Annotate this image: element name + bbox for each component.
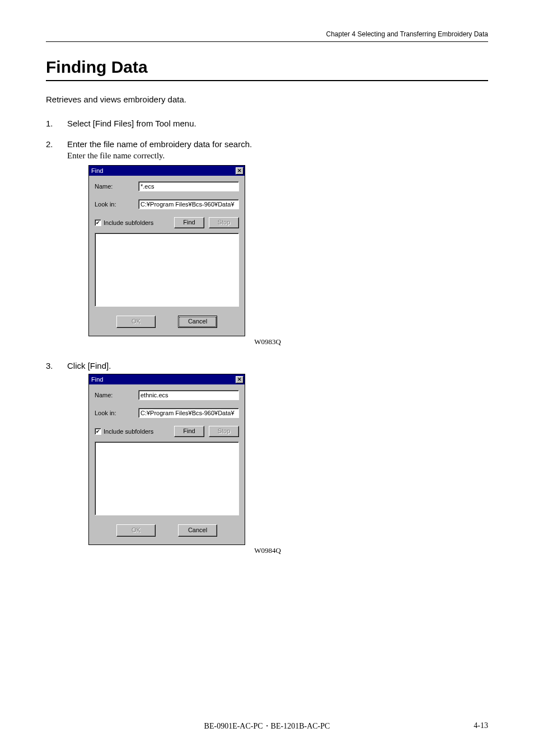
step-3: 3. Click [Find]. Find ✕ Name: ethnic.ecs — [46, 361, 488, 565]
figure-caption: W0983Q — [88, 337, 281, 346]
step-number: 2. — [46, 139, 57, 356]
page-footer: BE-0901E-AC-PC・BE-1201B-AC-PC 4-13 — [46, 721, 488, 730]
page-header: Chapter 4 Selecting and Transferring Emb… — [46, 30, 488, 42]
stop-button: Stop — [209, 426, 239, 437]
figure-caption: W0984Q — [88, 546, 281, 555]
name-label: Name: — [95, 392, 138, 398]
step-subtext: Enter the file name correctly. — [67, 151, 488, 161]
name-input[interactable]: ethnic.ecs — [138, 390, 239, 400]
step-2: 2. Enter the file name of embroidery dat… — [46, 139, 488, 356]
step-1: 1. Select [Find Files] from Tool menu. — [46, 119, 488, 130]
ok-button: OK — [116, 316, 156, 328]
include-subfolders-label: Include subfolders — [104, 219, 153, 226]
lookin-input[interactable]: C:¥Program Files¥Bcs-960¥Data¥ — [138, 199, 239, 209]
include-subfolders-checkbox[interactable]: ✔ — [95, 219, 101, 226]
results-listbox[interactable] — [95, 442, 239, 515]
name-input[interactable]: *.ecs — [138, 181, 239, 191]
lookin-label: Look in: — [95, 410, 138, 416]
include-subfolders-label: Include subfolders — [104, 428, 153, 435]
cancel-button[interactable]: Cancel — [178, 316, 217, 328]
footer-model: BE-0901E-AC-PC・BE-1201B-AC-PC — [204, 721, 330, 731]
close-icon[interactable]: ✕ — [236, 167, 243, 175]
include-subfolders-checkbox[interactable]: ✔ — [95, 428, 101, 435]
intro-text: Retrieves and views embroidery data. — [46, 95, 488, 104]
footer-page-number: 4-13 — [474, 721, 488, 730]
lookin-label: Look in: — [95, 201, 138, 208]
name-label: Name: — [95, 183, 138, 190]
find-button[interactable]: Find — [174, 426, 204, 437]
dialog-titlebar[interactable]: Find ✕ — [89, 166, 245, 176]
step-text: Enter the file name of embroidery data f… — [67, 139, 488, 149]
dialog-title: Find — [91, 376, 103, 383]
find-dialog: Find ✕ Name: ethnic.ecs Look in: C:¥Prog… — [88, 374, 245, 545]
section-title: Finding Data — [46, 58, 488, 81]
lookin-input[interactable]: C:¥Program Files¥Bcs-960¥Data¥ — [138, 408, 239, 418]
figure-find-dialog-1: Find ✕ Name: *.ecs Look in: C:¥Program F… — [67, 165, 488, 336]
dialog-title: Find — [91, 167, 103, 174]
figure-find-dialog-2: Find ✕ Name: ethnic.ecs Look in: C:¥Prog… — [67, 374, 488, 545]
find-button[interactable]: Find — [174, 217, 204, 228]
step-number: 3. — [46, 361, 57, 565]
dialog-titlebar[interactable]: Find ✕ — [89, 374, 245, 384]
close-icon[interactable]: ✕ — [236, 376, 243, 383]
step-number: 1. — [46, 119, 57, 130]
stop-button: Stop — [209, 217, 239, 228]
step-text: Click [Find]. — [67, 361, 488, 370]
step-text: Select [Find Files] from Tool menu. — [67, 119, 488, 128]
cancel-button[interactable]: Cancel — [178, 524, 217, 537]
results-listbox[interactable] — [95, 233, 239, 307]
ok-button: OK — [116, 524, 156, 537]
find-dialog: Find ✕ Name: *.ecs Look in: C:¥Program F… — [88, 165, 245, 336]
